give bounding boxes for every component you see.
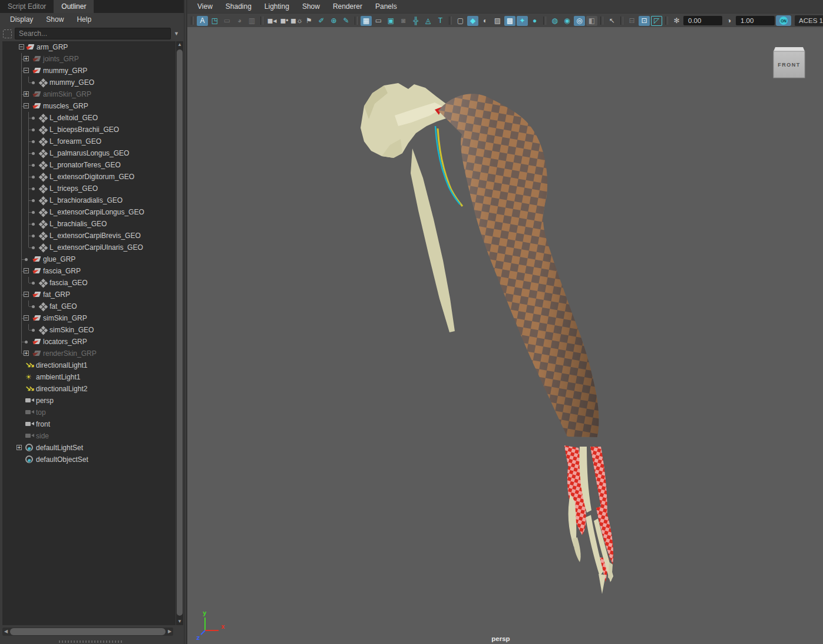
outliner-row-defaultObjectSet[interactable]: defaultObjectSet bbox=[2, 454, 176, 465]
outliner-row-simSkin_GEO[interactable]: simSkin_GEO bbox=[2, 324, 176, 336]
letter-a-button[interactable]: A bbox=[197, 16, 208, 26]
images-button[interactable]: ▥ bbox=[246, 16, 257, 26]
exposure-field[interactable]: 0.00 bbox=[683, 16, 722, 25]
outliner-row-muscles_GRP[interactable]: −muscles_GRP bbox=[2, 100, 176, 112]
outliner-row-L_palmarusLongus_GEO[interactable]: L_palmarusLongus_GEO bbox=[2, 147, 176, 159]
xray-button[interactable]: ⊟ bbox=[626, 16, 637, 26]
camera-attributes-button[interactable]: ◼☼ bbox=[291, 16, 302, 26]
search-dropdown-icon[interactable]: ▼ bbox=[174, 31, 181, 37]
gamma-field[interactable]: 1.00 bbox=[736, 16, 775, 25]
scrollbar-thumb[interactable] bbox=[10, 628, 166, 635]
checker-material-button[interactable]: ▩ bbox=[504, 16, 515, 26]
film-gate-button[interactable]: ▭ bbox=[373, 16, 384, 26]
viewport-canvas[interactable]: FRONT y x z persp bbox=[187, 27, 823, 644]
outliner-row-persp[interactable]: persp bbox=[2, 395, 176, 407]
image-plane-button[interactable]: ✐ bbox=[316, 16, 327, 26]
outliner-row-defaultLightSet[interactable]: +defaultLightSet bbox=[2, 442, 176, 454]
horizontal-scrollbar[interactable]: ◀ ▶ bbox=[2, 628, 173, 636]
outliner-row-ambientLight1[interactable]: ☀ambientLight1 bbox=[2, 371, 176, 383]
viewport-menu-shading[interactable]: Shading bbox=[219, 0, 258, 13]
outliner-row-animSkin_GRP[interactable]: +animSkin_GRP bbox=[2, 88, 176, 100]
wireframe-on-shaded-button[interactable]: ◐ bbox=[480, 16, 491, 26]
field-chart-button[interactable]: ╬ bbox=[410, 16, 421, 26]
expander-minus-icon[interactable]: − bbox=[24, 292, 29, 297]
view-arrange-button[interactable]: ◸ bbox=[651, 16, 662, 26]
outliner-row-L_forearm_GEO[interactable]: L_forearm_GEO bbox=[2, 136, 176, 147]
expander-minus-icon[interactable]: − bbox=[24, 103, 29, 108]
outliner-row-arm_GRP[interactable]: −arm_GRP bbox=[2, 41, 176, 53]
marquee-button[interactable]: ▭ bbox=[222, 16, 233, 26]
scroll-down-icon[interactable]: ▼ bbox=[176, 618, 183, 625]
gamma-icon[interactable]: ◑ bbox=[723, 16, 735, 26]
textured-button[interactable]: ▨ bbox=[492, 16, 503, 26]
outliner-row-L_extensorCarpiBrevis_GEO[interactable]: L_extensorCarpiBrevis_GEO bbox=[2, 230, 176, 242]
menu-show[interactable]: Show bbox=[39, 13, 70, 26]
safe-action-button[interactable]: ◬ bbox=[422, 16, 434, 26]
outliner-row-fat_GRP[interactable]: −fat_GRP bbox=[2, 289, 176, 300]
pan-zoom-button[interactable]: ⊕ bbox=[328, 16, 339, 26]
outliner-row-simSkin_GRP[interactable]: −simSkin_GRP bbox=[2, 312, 176, 324]
outliner-row-joints_GRP[interactable]: +joints_GRP bbox=[2, 53, 176, 65]
outliner-row-directionalLight1[interactable]: ↘↘directionalLight1 bbox=[2, 359, 176, 371]
viewport-menu-lighting[interactable]: Lighting bbox=[258, 0, 296, 13]
scroll-up-icon[interactable]: ▲ bbox=[176, 41, 183, 48]
outliner-row-L_pronatorTeres_GEO[interactable]: L_pronatorTeres_GEO bbox=[2, 159, 176, 171]
viewport-menu-view[interactable]: View bbox=[191, 0, 219, 13]
outliner-row-L_extensorDigitorum_GEO[interactable]: L_extensorDigitorum_GEO bbox=[2, 171, 176, 183]
viewport-menu-show[interactable]: Show bbox=[296, 0, 326, 13]
view-transform-on-button[interactable]: ON bbox=[776, 15, 791, 26]
shadows-button[interactable]: ● bbox=[529, 16, 540, 26]
outliner-row-glue_GRP[interactable]: glue_GRP bbox=[2, 253, 176, 265]
smooth-shade-button[interactable]: ◆ bbox=[467, 16, 478, 26]
colorspace-dropdown[interactable]: ACES 1.0 SDR-video (sRGB)▼ bbox=[795, 15, 823, 26]
motion-blur-button[interactable]: ◉ bbox=[561, 16, 573, 26]
expander-plus-icon[interactable]: + bbox=[24, 91, 29, 97]
outliner-row-L_extensorCarpiLongus_GEO[interactable]: L_extensorCarpiLongus_GEO bbox=[2, 206, 176, 218]
view-cube[interactable]: FRONT bbox=[774, 47, 805, 78]
expander-minus-icon[interactable]: − bbox=[19, 44, 24, 49]
outliner-row-front[interactable]: front bbox=[2, 418, 176, 430]
expander-plus-icon[interactable]: + bbox=[24, 56, 29, 61]
resolution-gate-button[interactable]: ▣ bbox=[385, 16, 396, 26]
frame-button[interactable]: ◳ bbox=[209, 16, 220, 26]
outliner-row-fascia_GRP[interactable]: −fascia_GRP bbox=[2, 265, 176, 277]
safe-title-button[interactable]: T bbox=[435, 16, 446, 26]
outliner-row-fat_GEO[interactable]: fat_GEO bbox=[2, 300, 176, 312]
vertical-scrollbar[interactable]: ▲ ▼ bbox=[176, 41, 183, 625]
expander-plus-icon[interactable]: + bbox=[24, 351, 29, 356]
scrollbar-thumb[interactable] bbox=[177, 49, 183, 616]
expander-minus-icon[interactable]: − bbox=[24, 315, 29, 321]
grease-pencil-button[interactable]: ✎ bbox=[341, 16, 352, 26]
outliner-row-locators_GRP[interactable]: locators_GRP bbox=[2, 336, 176, 348]
tab-outliner[interactable]: Outliner bbox=[54, 0, 94, 13]
outliner-row-mummy_GEO[interactable]: mummy_GEO bbox=[2, 77, 176, 88]
3d-scene[interactable]: FRONT y x z persp bbox=[187, 27, 823, 644]
isolate-select-button[interactable]: ⊡ bbox=[639, 16, 650, 26]
outliner-row-mummy_GRP[interactable]: −mummy_GRP bbox=[2, 65, 176, 77]
grid-button[interactable]: ▦ bbox=[361, 16, 372, 26]
viewport-menu-panels[interactable]: Panels bbox=[369, 0, 404, 13]
outliner-row-top[interactable]: top bbox=[2, 407, 176, 418]
outliner-row-L_deltoid_GEO[interactable]: L_deltoid_GEO bbox=[2, 112, 176, 124]
outliner-row-fascia_GEO[interactable]: fascia_GEO bbox=[2, 277, 176, 289]
outliner-row-side[interactable]: side bbox=[2, 430, 176, 442]
ssao-button[interactable]: ◍ bbox=[549, 16, 560, 26]
menu-display[interactable]: Display bbox=[4, 13, 39, 26]
wireframe-button[interactable]: ▢ bbox=[455, 16, 466, 26]
expander-minus-icon[interactable]: − bbox=[24, 268, 29, 273]
anti-aliasing-button[interactable]: ◎ bbox=[574, 16, 585, 26]
scapula-bone-mesh[interactable] bbox=[361, 83, 455, 332]
outliner-row-L_brachioradialis_GEO[interactable]: L_brachioradialis_GEO bbox=[2, 194, 176, 206]
outliner-row-directionalLight2[interactable]: ↘↘directionalLight2 bbox=[2, 383, 176, 395]
exposure-button[interactable]: ✻ bbox=[671, 16, 682, 26]
select-tool-button[interactable]: ↖ bbox=[606, 16, 617, 26]
tab-script-editor[interactable]: Script Editor bbox=[0, 0, 54, 13]
scroll-right-icon[interactable]: ▶ bbox=[166, 628, 173, 636]
arm-skin-mesh[interactable] bbox=[438, 94, 599, 437]
lighting-button[interactable]: ✦ bbox=[517, 16, 528, 26]
select-camera-button[interactable]: ◼◂ bbox=[266, 16, 277, 26]
menu-help[interactable]: Help bbox=[70, 13, 98, 26]
depth-of-field-button[interactable]: ◧ bbox=[586, 16, 597, 26]
outliner-row-L_bicepsBrachii_GEO[interactable]: L_bicepsBrachii_GEO bbox=[2, 124, 176, 136]
outliner-row-L_brachialis_GEO[interactable]: L_brachialis_GEO bbox=[2, 218, 176, 230]
